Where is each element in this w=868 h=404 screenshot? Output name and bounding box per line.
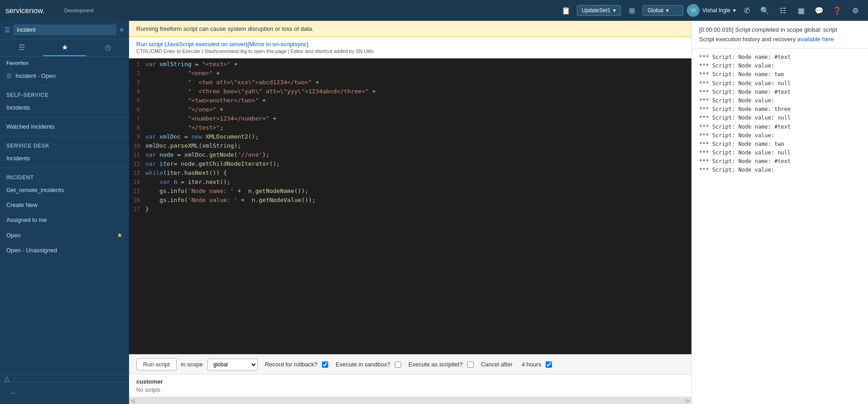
- code-line-7: 7 "<number>1234</number>" +: [129, 115, 691, 124]
- code-line-9: 9 var xmlDoc = new XMLDocument2();: [129, 133, 691, 142]
- code-line-2: 2 "<one>" +: [129, 69, 691, 78]
- sidebar-item-incident-open[interactable]: ☰ Incident - Open: [0, 68, 129, 83]
- sandbox-checkbox[interactable]: [395, 361, 401, 368]
- help-icon[interactable]: ❓: [830, 3, 844, 18]
- brand-env: Development: [64, 8, 94, 13]
- output-line-13: *** Script: Node name: #text: [699, 157, 861, 166]
- chat-icon[interactable]: 💬: [812, 3, 826, 18]
- settings-icon[interactable]: ⚙: [848, 3, 863, 18]
- script-hint: CTRL/CMD Enter to Execute | Slashcommand…: [136, 48, 374, 54]
- scroll-right-icon[interactable]: ▷: [684, 398, 691, 403]
- list-icon: ☰: [6, 72, 12, 79]
- update-set-button[interactable]: UpdateSet1 ▾: [577, 5, 621, 16]
- sidebar-item-label: Open - Unassigned: [6, 247, 123, 254]
- sidebar-item-get-remote[interactable]: Get_remote_incidents: [0, 183, 129, 197]
- code-line-6: 6 "</one>" +: [129, 106, 691, 115]
- right-panel: [0:00:00.035] Script completed in scope …: [691, 21, 868, 404]
- sidebar-item-label: Watched Incidents: [6, 123, 123, 130]
- hours-label: 4 hours: [522, 361, 541, 368]
- avatar: VI: [687, 4, 700, 17]
- content-area: Running freeform script can cause system…: [129, 21, 691, 404]
- record-rollback-label: Record for rollback?: [265, 361, 317, 368]
- code-line-12: 12 var iter= node.getChildNodeIterator()…: [129, 160, 691, 169]
- sidebar-item-incidents-ss[interactable]: Incidents: [0, 100, 129, 115]
- scope-button[interactable]: Global ▾: [643, 5, 683, 16]
- available-here-link[interactable]: available here: [797, 36, 834, 43]
- sidebar-item-label: Get_remote_incidents: [6, 187, 123, 193]
- divider-4: [0, 168, 129, 168]
- sidebar-item-watched-incidents[interactable]: Watched Incidents: [0, 119, 129, 134]
- sidebar-item-incidents-sd[interactable]: Incidents: [0, 151, 129, 166]
- output-line-10: *** Script: Node value:: [699, 131, 861, 140]
- brand: servicenow. Development: [5, 4, 94, 17]
- record-rollback-checkbox[interactable]: [322, 361, 328, 368]
- search-clear-button[interactable]: ✕: [119, 26, 125, 34]
- search-bar: ☰ ✕: [0, 21, 129, 39]
- divider-3: [0, 136, 129, 136]
- script-completion-text: [0:00:00.035] Script completed in scope …: [699, 26, 861, 33]
- run-script-label: Run script (JavaScript executed on serve…: [136, 41, 248, 48]
- sidebar-item-label: Incidents: [6, 104, 123, 111]
- sidebar-tab-favorites[interactable]: ★: [43, 39, 86, 56]
- phone-icon[interactable]: ✆: [739, 3, 754, 18]
- username: Vishal Ingle: [702, 7, 730, 14]
- sidebar-item-label: Incidents: [6, 155, 123, 162]
- nav-layout-icon[interactable]: ⊞: [624, 3, 639, 18]
- sidebar-tabs: ☰ ★ ◷: [0, 39, 129, 57]
- right-panel-header: [0:00:00.035] Script completed in scope …: [692, 21, 868, 48]
- warning-bar: Running freeform script can cause system…: [129, 21, 691, 37]
- sidebar-item-assigned-to-me[interactable]: Assigned to me: [0, 212, 129, 227]
- sidebar-scroll-controls: △: [0, 375, 129, 382]
- scriptlet-checkbox[interactable]: [467, 361, 474, 368]
- nav-clipboard-icon[interactable]: 📋: [559, 3, 573, 18]
- scroll-left-icon[interactable]: ◁: [129, 398, 136, 403]
- output-line-3: *** Script: Node name: two: [699, 70, 861, 79]
- output-line-1: *** Script: Node name: #text: [699, 53, 861, 62]
- search-icon[interactable]: 🔍: [758, 3, 772, 18]
- customer-section: customer No scripts: [129, 374, 691, 397]
- servicenow-logo: servicenow.: [5, 4, 60, 17]
- sidebar: ☰ ✕ ☰ ★ ◷ Favorites ☰ Incident - Open Se…: [0, 21, 129, 404]
- user-menu[interactable]: VI Vishal Ingle ▾: [687, 4, 736, 17]
- sidebar-item-open-unassigned[interactable]: Open - Unassigned: [0, 243, 129, 258]
- code-line-8: 8 "</test>";: [129, 124, 691, 133]
- code-line-10: 10 xmlDoc.parseXML(xmlString);: [129, 142, 691, 151]
- sidebar-tab-history[interactable]: ◷: [86, 39, 129, 56]
- panel-icon[interactable]: ▦: [794, 3, 808, 18]
- output-line-8: *** Script: Node value: null: [699, 114, 861, 122]
- divider-2: [0, 117, 129, 117]
- scope-select[interactable]: global rhino (legacy): [207, 359, 258, 370]
- code-line-13: 13 while(iter.hasNext()) {: [129, 169, 691, 178]
- hours-checkbox[interactable]: [546, 361, 552, 368]
- sidebar-content: Favorites ☰ Incident - Open Self-Service…: [0, 57, 129, 375]
- sidebar-tab-list[interactable]: ☰: [0, 39, 43, 56]
- sidebar-filter-icon: ☰: [5, 26, 10, 34]
- run-controls: Run script in scope global rhino (legacy…: [129, 354, 691, 374]
- sidebar-item-label: Create New: [6, 202, 123, 208]
- right-panel-content: *** Script: Node name: #text *** Script:…: [692, 48, 868, 404]
- code-editor[interactable]: 1 var xmlString = "<test>" + 2 "<one>" +…: [129, 58, 691, 354]
- sidebar-item-open[interactable]: Open ★: [0, 227, 129, 243]
- output-line-5: *** Script: Node name: #text: [699, 88, 861, 96]
- output-line-4: *** Script: Node value: null: [699, 79, 861, 88]
- run-script-button[interactable]: Run script: [136, 358, 177, 370]
- output-line-6: *** Script: Node value:: [699, 96, 861, 105]
- sidebar-item-label: Incident - Open: [15, 72, 123, 79]
- warning-text: Running freeform script can cause system…: [136, 25, 314, 32]
- output-line-9: *** Script: Node name: #text: [699, 123, 861, 131]
- sandbox-label: Execute in sandbox?: [336, 361, 390, 368]
- code-line-17: 17 }: [129, 205, 691, 214]
- mirror-link[interactable]: [Mirror in sn-scriptsync]: [248, 41, 308, 48]
- code-line-14: 14 var n = iter.next();: [129, 178, 691, 187]
- favorites-header: Favorites: [0, 57, 129, 68]
- top-nav: servicenow. Development 📋 UpdateSet1 ▾ ⊞…: [0, 0, 868, 21]
- history-text: Script execution history and recovery av…: [699, 36, 861, 43]
- search-input[interactable]: [13, 24, 116, 35]
- code-line-11: 11 var node = xmlDoc.getNode('//one');: [129, 151, 691, 160]
- sidebar-back-icon[interactable]: ←: [6, 386, 21, 400]
- sidebar-item-create-new[interactable]: Create New: [0, 197, 129, 212]
- grid-icon[interactable]: ☷: [776, 3, 790, 18]
- cancel-after-label: Cancel after: [481, 361, 513, 368]
- code-line-4: 4 " <three boo=\"yah\" att=\"yyy\">1234a…: [129, 87, 691, 96]
- service-desk-header: Service Desk: [0, 138, 129, 151]
